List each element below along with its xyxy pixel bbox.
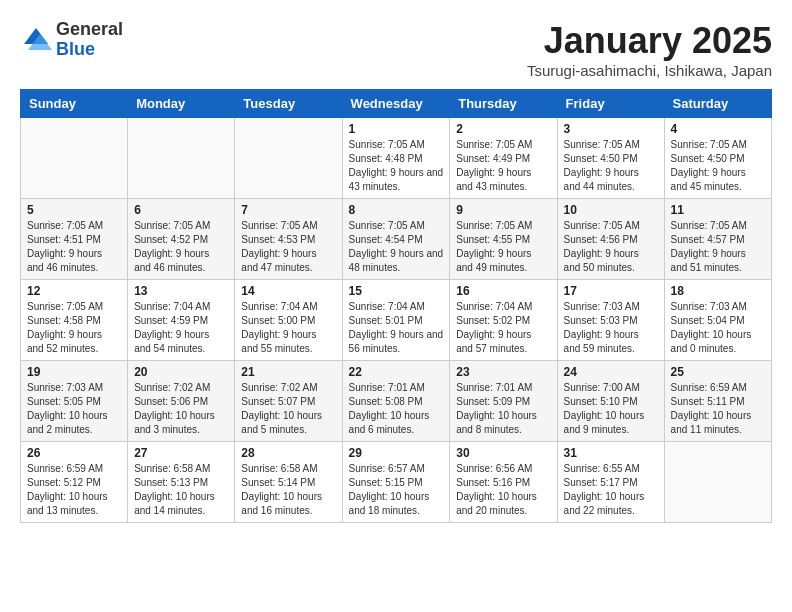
calendar-cell: 29Sunrise: 6:57 AM Sunset: 5:15 PM Dayli… [342,442,450,523]
day-number: 24 [564,365,658,379]
calendar-cell: 10Sunrise: 7:05 AM Sunset: 4:56 PM Dayli… [557,199,664,280]
calendar-cell: 5Sunrise: 7:05 AM Sunset: 4:51 PM Daylig… [21,199,128,280]
weekday-header-friday: Friday [557,90,664,118]
calendar-table: SundayMondayTuesdayWednesdayThursdayFrid… [20,89,772,523]
calendar-subtitle: Tsurugi-asahimachi, Ishikawa, Japan [527,62,772,79]
day-number: 19 [27,365,121,379]
calendar-week-row: 5Sunrise: 7:05 AM Sunset: 4:51 PM Daylig… [21,199,772,280]
calendar-cell: 30Sunrise: 6:56 AM Sunset: 5:16 PM Dayli… [450,442,557,523]
calendar-cell: 19Sunrise: 7:03 AM Sunset: 5:05 PM Dayli… [21,361,128,442]
calendar-cell: 12Sunrise: 7:05 AM Sunset: 4:58 PM Dayli… [21,280,128,361]
day-number: 2 [456,122,550,136]
calendar-cell: 24Sunrise: 7:00 AM Sunset: 5:10 PM Dayli… [557,361,664,442]
calendar-cell [664,442,771,523]
day-number: 30 [456,446,550,460]
day-number: 9 [456,203,550,217]
day-info: Sunrise: 7:04 AM Sunset: 5:02 PM Dayligh… [456,300,550,356]
calendar-cell: 17Sunrise: 7:03 AM Sunset: 5:03 PM Dayli… [557,280,664,361]
day-info: Sunrise: 7:05 AM Sunset: 4:54 PM Dayligh… [349,219,444,275]
day-info: Sunrise: 7:05 AM Sunset: 4:57 PM Dayligh… [671,219,765,275]
day-info: Sunrise: 7:01 AM Sunset: 5:08 PM Dayligh… [349,381,444,437]
day-info: Sunrise: 6:59 AM Sunset: 5:11 PM Dayligh… [671,381,765,437]
day-info: Sunrise: 7:02 AM Sunset: 5:07 PM Dayligh… [241,381,335,437]
day-number: 14 [241,284,335,298]
calendar-cell: 2Sunrise: 7:05 AM Sunset: 4:49 PM Daylig… [450,118,557,199]
day-info: Sunrise: 7:05 AM Sunset: 4:50 PM Dayligh… [564,138,658,194]
day-number: 11 [671,203,765,217]
weekday-header-sunday: Sunday [21,90,128,118]
day-number: 25 [671,365,765,379]
day-info: Sunrise: 7:05 AM Sunset: 4:55 PM Dayligh… [456,219,550,275]
day-info: Sunrise: 7:04 AM Sunset: 5:00 PM Dayligh… [241,300,335,356]
day-info: Sunrise: 6:55 AM Sunset: 5:17 PM Dayligh… [564,462,658,518]
day-info: Sunrise: 7:00 AM Sunset: 5:10 PM Dayligh… [564,381,658,437]
day-number: 18 [671,284,765,298]
logo-general: General [56,20,123,40]
calendar-cell: 28Sunrise: 6:58 AM Sunset: 5:14 PM Dayli… [235,442,342,523]
calendar-cell [21,118,128,199]
day-number: 15 [349,284,444,298]
day-info: Sunrise: 7:05 AM Sunset: 4:53 PM Dayligh… [241,219,335,275]
calendar-cell: 21Sunrise: 7:02 AM Sunset: 5:07 PM Dayli… [235,361,342,442]
calendar-cell: 11Sunrise: 7:05 AM Sunset: 4:57 PM Dayli… [664,199,771,280]
header: General Blue January 2025 Tsurugi-asahim… [20,20,772,79]
day-info: Sunrise: 6:59 AM Sunset: 5:12 PM Dayligh… [27,462,121,518]
calendar-cell [128,118,235,199]
day-number: 21 [241,365,335,379]
day-info: Sunrise: 7:05 AM Sunset: 4:51 PM Dayligh… [27,219,121,275]
weekday-header-wednesday: Wednesday [342,90,450,118]
day-info: Sunrise: 6:57 AM Sunset: 5:15 PM Dayligh… [349,462,444,518]
day-number: 23 [456,365,550,379]
calendar-cell: 31Sunrise: 6:55 AM Sunset: 5:17 PM Dayli… [557,442,664,523]
day-number: 22 [349,365,444,379]
day-number: 5 [27,203,121,217]
day-number: 31 [564,446,658,460]
day-number: 20 [134,365,228,379]
calendar-week-row: 1Sunrise: 7:05 AM Sunset: 4:48 PM Daylig… [21,118,772,199]
day-info: Sunrise: 7:05 AM Sunset: 4:48 PM Dayligh… [349,138,444,194]
day-info: Sunrise: 7:04 AM Sunset: 4:59 PM Dayligh… [134,300,228,356]
calendar-cell: 16Sunrise: 7:04 AM Sunset: 5:02 PM Dayli… [450,280,557,361]
day-info: Sunrise: 7:05 AM Sunset: 4:56 PM Dayligh… [564,219,658,275]
day-info: Sunrise: 6:56 AM Sunset: 5:16 PM Dayligh… [456,462,550,518]
calendar-cell: 3Sunrise: 7:05 AM Sunset: 4:50 PM Daylig… [557,118,664,199]
calendar-cell: 15Sunrise: 7:04 AM Sunset: 5:01 PM Dayli… [342,280,450,361]
logo-text: General Blue [56,20,123,60]
logo-blue: Blue [56,40,123,60]
day-number: 7 [241,203,335,217]
calendar-cell: 20Sunrise: 7:02 AM Sunset: 5:06 PM Dayli… [128,361,235,442]
calendar-cell: 4Sunrise: 7:05 AM Sunset: 4:50 PM Daylig… [664,118,771,199]
day-info: Sunrise: 7:05 AM Sunset: 4:58 PM Dayligh… [27,300,121,356]
weekday-header-row: SundayMondayTuesdayWednesdayThursdayFrid… [21,90,772,118]
logo: General Blue [20,20,123,60]
day-number: 17 [564,284,658,298]
day-number: 26 [27,446,121,460]
day-number: 12 [27,284,121,298]
day-info: Sunrise: 7:04 AM Sunset: 5:01 PM Dayligh… [349,300,444,356]
weekday-header-saturday: Saturday [664,90,771,118]
day-number: 29 [349,446,444,460]
day-number: 1 [349,122,444,136]
weekday-header-thursday: Thursday [450,90,557,118]
calendar-cell: 1Sunrise: 7:05 AM Sunset: 4:48 PM Daylig… [342,118,450,199]
calendar-cell: 8Sunrise: 7:05 AM Sunset: 4:54 PM Daylig… [342,199,450,280]
day-number: 16 [456,284,550,298]
calendar-cell [235,118,342,199]
day-number: 10 [564,203,658,217]
day-info: Sunrise: 7:05 AM Sunset: 4:49 PM Dayligh… [456,138,550,194]
calendar-cell: 18Sunrise: 7:03 AM Sunset: 5:04 PM Dayli… [664,280,771,361]
day-number: 13 [134,284,228,298]
day-info: Sunrise: 7:05 AM Sunset: 4:52 PM Dayligh… [134,219,228,275]
calendar-cell: 9Sunrise: 7:05 AM Sunset: 4:55 PM Daylig… [450,199,557,280]
logo-icon [20,24,52,56]
day-info: Sunrise: 7:05 AM Sunset: 4:50 PM Dayligh… [671,138,765,194]
calendar-cell: 25Sunrise: 6:59 AM Sunset: 5:11 PM Dayli… [664,361,771,442]
day-info: Sunrise: 7:03 AM Sunset: 5:05 PM Dayligh… [27,381,121,437]
day-number: 4 [671,122,765,136]
calendar-cell: 23Sunrise: 7:01 AM Sunset: 5:09 PM Dayli… [450,361,557,442]
calendar-cell: 22Sunrise: 7:01 AM Sunset: 5:08 PM Dayli… [342,361,450,442]
calendar-week-row: 26Sunrise: 6:59 AM Sunset: 5:12 PM Dayli… [21,442,772,523]
calendar-cell: 13Sunrise: 7:04 AM Sunset: 4:59 PM Dayli… [128,280,235,361]
calendar-cell: 26Sunrise: 6:59 AM Sunset: 5:12 PM Dayli… [21,442,128,523]
calendar-week-row: 12Sunrise: 7:05 AM Sunset: 4:58 PM Dayli… [21,280,772,361]
